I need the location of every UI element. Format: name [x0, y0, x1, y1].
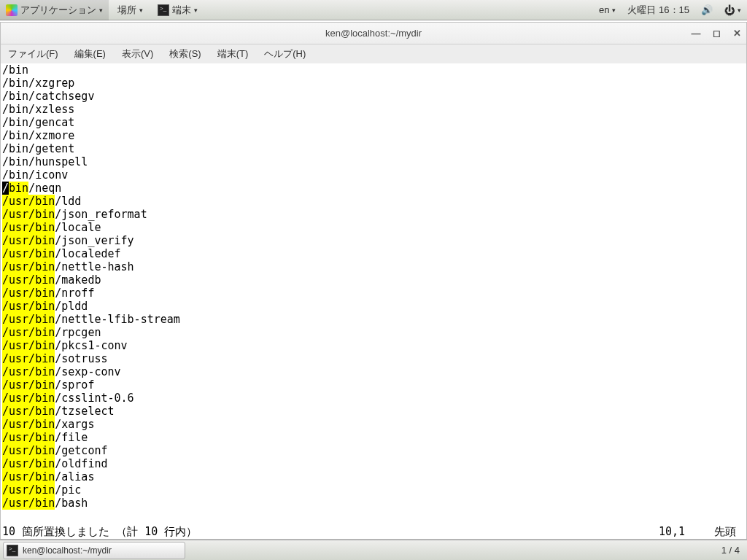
places-label: 場所 — [117, 4, 136, 17]
terminal-line: /usr/bin/localedef — [2, 247, 745, 260]
menu-file[interactable]: ファイル(F) — [5, 46, 61, 62]
terminal-line: /usr/bin/file — [2, 431, 745, 444]
terminal-line: /bin/xzless — [2, 103, 745, 116]
input-language-indicator[interactable]: en ▾ — [593, 0, 622, 20]
chevron-down-icon: ▾ — [738, 7, 741, 14]
search-highlight: /usr/bin — [2, 444, 55, 457]
search-highlight: /usr/bin — [2, 483, 55, 497]
applications-label: アプリケーション — [20, 4, 96, 17]
power-icon — [724, 4, 735, 16]
terminal-line: /bin/xzmore — [2, 129, 745, 142]
search-highlight: /usr/bin — [2, 234, 55, 247]
search-highlight: bin — [9, 182, 28, 195]
search-highlight: /usr/bin — [2, 365, 55, 378]
terminal-line: /bin/hunspell — [2, 155, 745, 168]
terminal-line: /bin/catchsegv — [2, 90, 745, 103]
terminal-window: ken@localhost:~/mydir — ◻ ✕ ファイル(F) 編集(E… — [0, 22, 747, 540]
menu-terminal[interactable]: 端末(T) — [214, 46, 252, 62]
search-highlight: /usr/bin — [2, 208, 55, 221]
chevron-down-icon: ▾ — [612, 7, 616, 14]
search-highlight: /usr/bin — [2, 300, 55, 313]
search-highlight: /usr/bin — [2, 470, 55, 483]
search-highlight: /usr/bin — [2, 497, 55, 510]
volume-icon — [701, 4, 713, 15]
terminal-line: /bin/getent — [2, 142, 745, 155]
terminal-line: /usr/bin/locale — [2, 221, 745, 234]
vim-status-line: 10 箇所置換しました （計 10 行内） 10,1 先頭 — [1, 524, 746, 539]
menu-view[interactable]: 表示(V) — [119, 46, 156, 62]
terminal-label: 端末 — [172, 4, 191, 17]
lang-label: en — [599, 4, 609, 15]
titlebar[interactable]: ken@localhost:~/mydir — ◻ ✕ — [1, 23, 746, 44]
search-highlight: /usr/bin — [2, 431, 55, 444]
search-highlight: /usr/bin — [2, 405, 55, 418]
terminal-line: /usr/bin/nroff — [2, 287, 745, 300]
search-highlight: /usr/bin — [2, 247, 55, 260]
terminal-quicklaunch[interactable]: 端末 ▾ — [152, 0, 204, 20]
terminal-line: /usr/bin/json_reformat — [2, 208, 745, 221]
terminal-line: /bin/gencat — [2, 116, 745, 129]
cursor-position: 10,1 — [659, 525, 685, 539]
clock[interactable]: 火曜日 16：15 — [622, 0, 695, 20]
terminal-line: /bin/iconv — [2, 168, 745, 182]
terminal-icon — [7, 545, 18, 556]
search-highlight: /usr/bin — [2, 313, 55, 326]
places-menu[interactable]: 場所 ▾ — [112, 0, 149, 20]
terminal-line: /usr/bin/alias — [2, 470, 745, 483]
terminal-line: /usr/bin/sprof — [2, 378, 745, 392]
terminal-line: /bin — [2, 63, 745, 77]
power-menu[interactable]: ▾ — [719, 0, 747, 20]
taskbar-item-terminal[interactable]: ken@localhost:~/mydir — [3, 542, 185, 559]
terminal-line: /usr/bin/ldd — [2, 195, 745, 208]
scroll-position: 先頭 — [714, 525, 736, 539]
datetime-label: 火曜日 16：15 — [627, 4, 689, 17]
applications-menu[interactable]: アプリケーション ▾ — [0, 0, 109, 20]
chevron-down-icon: ▾ — [194, 7, 198, 14]
search-highlight: /usr/bin — [2, 221, 55, 234]
search-highlight: /usr/bin — [2, 352, 55, 365]
search-highlight: /usr/bin — [2, 457, 55, 470]
terminal-line: /usr/bin/tzselect — [2, 405, 745, 418]
maximize-button[interactable]: ◻ — [711, 28, 721, 39]
bottom-panel: ken@localhost:~/mydir 1 / 4 — [0, 540, 747, 560]
search-highlight: /usr/bin — [2, 273, 55, 287]
terminal-line: /bin/neqn — [2, 182, 745, 195]
menubar: ファイル(F) 編集(E) 表示(V) 検索(S) 端末(T) ヘルプ(H) — [1, 44, 746, 63]
taskbar-item-label: ken@localhost:~/mydir — [23, 545, 112, 556]
status-message: 10 箇所置換しました （計 10 行内） — [2, 525, 197, 539]
terminal-line: /usr/bin/rpcgen — [2, 326, 745, 339]
terminal-line: /usr/bin/pldd — [2, 300, 745, 313]
search-highlight: /usr/bin — [2, 287, 55, 300]
workspace-switcher[interactable]: 1 / 4 — [714, 545, 747, 556]
search-highlight: /usr/bin — [2, 195, 55, 208]
distro-logo-icon — [6, 4, 18, 16]
terminal-line: /usr/bin/xargs — [2, 418, 745, 431]
terminal-line: /usr/bin/sotruss — [2, 352, 745, 365]
search-highlight: /usr/bin — [2, 260, 55, 273]
volume-control[interactable] — [695, 0, 719, 20]
terminal-line: /bin/xzgrep — [2, 77, 745, 90]
workspace-label: 1 / 4 — [721, 545, 740, 556]
menu-help[interactable]: ヘルプ(H) — [261, 46, 309, 62]
menu-search[interactable]: 検索(S) — [166, 46, 204, 62]
terminal-icon — [158, 4, 169, 16]
terminal-line: /usr/bin/makedb — [2, 273, 745, 287]
terminal-line: /usr/bin/getconf — [2, 444, 745, 457]
search-highlight: /usr/bin — [2, 339, 55, 352]
chevron-down-icon: ▾ — [139, 7, 143, 14]
search-highlight: /usr/bin — [2, 326, 55, 339]
minimize-button[interactable]: — — [691, 28, 701, 39]
terminal-line: /usr/bin/json_verify — [2, 234, 745, 247]
terminal-line: /usr/bin/bash — [2, 497, 745, 510]
terminal-line: /usr/bin/nettle-lfib-stream — [2, 313, 745, 326]
window-title: ken@localhost:~/mydir — [325, 28, 422, 39]
terminal-line: /usr/bin/sexp-conv — [2, 365, 745, 378]
search-highlight: /usr/bin — [2, 418, 55, 431]
terminal-line: /usr/bin/pic — [2, 483, 745, 497]
terminal-line: /usr/bin/csslint-0.6 — [2, 392, 745, 405]
search-highlight: /usr/bin — [2, 378, 55, 392]
terminal-content[interactable]: /bin/bin/xzgrep/bin/catchsegv/bin/xzless… — [1, 63, 746, 524]
close-button[interactable]: ✕ — [732, 28, 742, 39]
menu-edit[interactable]: 編集(E) — [71, 46, 109, 62]
terminal-line: /usr/bin/oldfind — [2, 457, 745, 470]
